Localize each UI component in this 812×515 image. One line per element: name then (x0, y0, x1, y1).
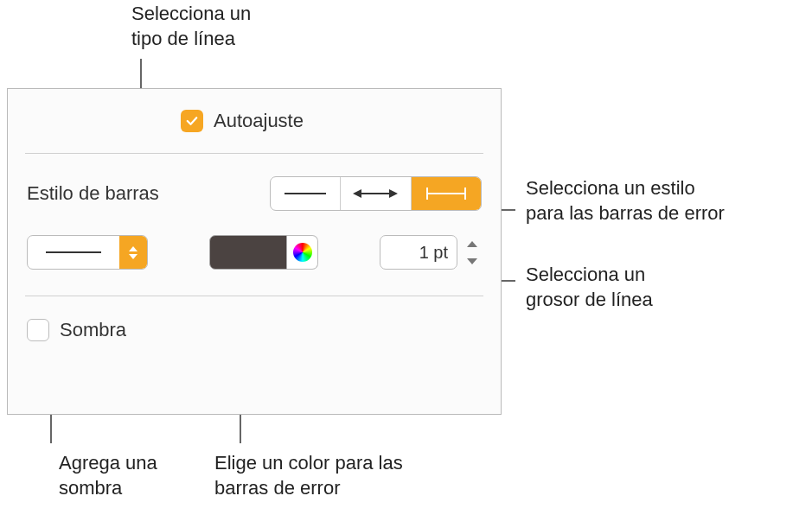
autofit-checkbox[interactable] (181, 110, 203, 132)
stepper-down-button[interactable] (463, 254, 482, 269)
line-weight-stepper (463, 237, 482, 269)
line-type-dropdown[interactable] (27, 235, 148, 270)
line-color-well[interactable] (209, 235, 287, 270)
inspector-panel: Autoajuste Estilo de barras (7, 88, 502, 415)
color-picker-button[interactable] (287, 235, 318, 270)
bar-style-option-arrow-ends[interactable] (341, 177, 411, 210)
bar-style-label: Estilo de barras (27, 182, 159, 205)
line-type-preview (28, 244, 119, 261)
autofit-row: Autoajuste (8, 89, 501, 153)
shadow-row: Sombra (8, 296, 501, 357)
line-settings-row: 1 pt (8, 226, 501, 296)
line-weight-group: 1 pt (380, 235, 482, 270)
chevron-up-down-icon (119, 236, 147, 269)
shadow-label: Sombra (60, 319, 126, 341)
stepper-up-button[interactable] (463, 237, 482, 251)
bar-style-option-plain-line[interactable] (271, 177, 341, 210)
bar-style-row: Estilo de barras (8, 154, 501, 226)
bar-style-option-cap-ends[interactable] (412, 177, 481, 210)
line-weight-input[interactable]: 1 pt (380, 235, 457, 270)
shadow-checkbox[interactable] (27, 319, 49, 341)
line-color-group (209, 235, 318, 270)
svg-marker-2 (353, 189, 361, 198)
color-wheel-icon (293, 243, 312, 262)
bar-style-segmented (270, 176, 482, 211)
autofit-label: Autoajuste (214, 110, 304, 132)
svg-marker-3 (389, 189, 398, 198)
